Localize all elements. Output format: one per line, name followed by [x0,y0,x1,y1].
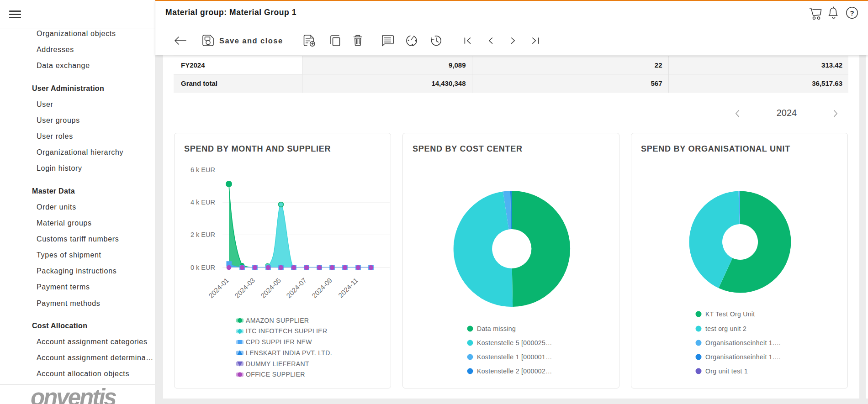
svg-text:2024-05: 2024-05 [259,276,282,299]
svg-text:2024-11: 2024-11 [337,276,360,299]
svg-text:?: ? [850,9,854,17]
svg-text:CPD SUPPLIER NEW: CPD SUPPLIER NEW [246,338,312,346]
svg-text:Data missing: Data missing [477,325,516,332]
svg-text:ITC INFOTECH SUPPLIER: ITC INFOTECH SUPPLIER [246,327,327,335]
svg-text:AMAZON SUPPLIER: AMAZON SUPPLIER [246,317,309,324]
svg-text:2 k EUR: 2 k EUR [191,231,215,238]
svg-text:Organisationseinheit 1.…: Organisationseinheit 1.… [705,339,781,346]
svg-text:Organisationseinheit 1.…: Organisationseinheit 1.… [705,353,781,361]
svg-text:4 k EUR: 4 k EUR [191,199,215,206]
svg-text:DUMMY LIEFERANT: DUMMY LIEFERANT [246,360,309,367]
svg-text:2024-07: 2024-07 [285,276,308,299]
svg-text:2024-09: 2024-09 [310,276,333,299]
svg-text:2024-03: 2024-03 [233,276,256,299]
svg-text:0 k EUR: 0 k EUR [191,264,215,271]
svg-text:6 k EUR: 6 k EUR [191,166,215,173]
svg-text:LENSKART INDIA PVT. LTD.: LENSKART INDIA PVT. LTD. [246,349,332,357]
svg-text:OFFICE SUPPLIER: OFFICE SUPPLIER [246,371,305,378]
svg-text:Kostenstelle 5 [000025…: Kostenstelle 5 [000025… [477,339,552,346]
svg-text:Org unit test 1: Org unit test 1 [705,367,748,375]
svg-text:test org unit 2: test org unit 2 [705,325,746,332]
svg-text:Kostenstelle 2 [000002…: Kostenstelle 2 [000002… [477,367,552,375]
svg-text:KT Test Org Unit: KT Test Org Unit [705,310,755,318]
svg-text:Save and close: Save and close [219,37,283,45]
svg-text:Kostenstelle 1 [000001…: Kostenstelle 1 [000001… [477,353,552,361]
svg-text:2024-01: 2024-01 [207,276,230,299]
